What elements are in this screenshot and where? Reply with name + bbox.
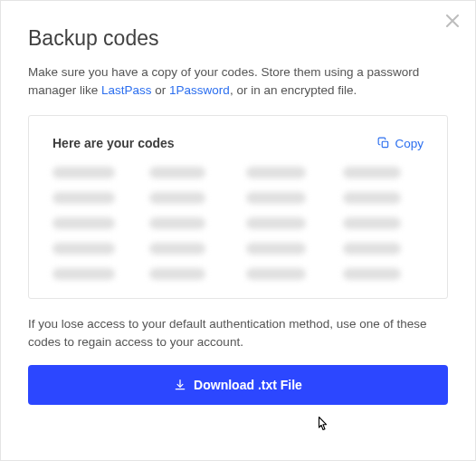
backup-code	[149, 243, 205, 255]
backup-code	[246, 167, 306, 178]
backup-code	[149, 192, 205, 204]
backup-code	[52, 268, 115, 280]
codes-header-title: Here are your codes	[52, 136, 175, 150]
backup-code	[246, 217, 306, 229]
backup-code	[343, 167, 401, 178]
subtitle-text-2: or	[152, 83, 170, 97]
copy-icon	[377, 137, 390, 149]
1password-link[interactable]: 1Password	[169, 83, 230, 97]
backup-code	[52, 192, 115, 204]
backup-code	[149, 167, 205, 178]
backup-code	[343, 243, 401, 255]
codes-grid	[52, 167, 424, 280]
backup-code	[149, 268, 205, 280]
download-label: Download .txt File	[194, 378, 302, 392]
backup-code	[246, 268, 306, 280]
backup-code	[343, 192, 401, 204]
modal-title: Backup codes	[28, 26, 448, 51]
backup-code	[246, 243, 306, 255]
backup-code	[343, 217, 401, 229]
info-text: If you lose access to your default authe…	[28, 315, 448, 351]
subtitle-text-3: , or in an encrypted file.	[230, 83, 357, 97]
backup-codes-modal: Backup codes Make sure you have a copy o…	[0, 0, 476, 461]
backup-code	[52, 243, 115, 255]
codes-header: Here are your codes Copy	[52, 136, 424, 150]
backup-code	[246, 192, 306, 204]
lastpass-link[interactable]: LastPass	[101, 83, 152, 97]
modal-subtitle: Make sure you have a copy of your codes.…	[28, 63, 448, 99]
codes-container: Here are your codes Copy	[28, 115, 448, 299]
backup-code	[52, 217, 115, 229]
svg-rect-0	[383, 141, 388, 147]
backup-code	[149, 217, 205, 229]
download-txt-button[interactable]: Download .txt File	[28, 365, 448, 405]
backup-code	[52, 167, 115, 178]
backup-code	[343, 268, 401, 280]
copy-button[interactable]: Copy	[377, 137, 424, 150]
download-icon	[174, 379, 186, 391]
close-icon	[446, 13, 459, 31]
close-button[interactable]	[446, 14, 459, 30]
copy-label: Copy	[395, 137, 424, 150]
